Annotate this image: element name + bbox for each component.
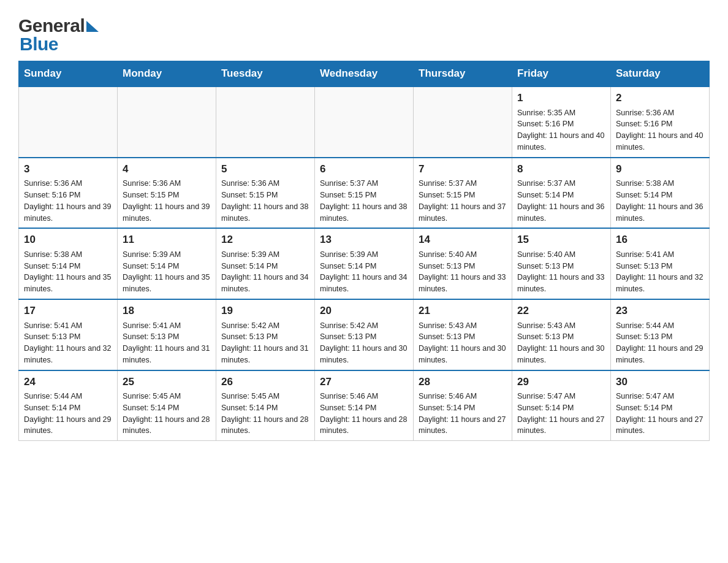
day-number: 6 bbox=[320, 162, 408, 177]
calendar-cell: 30Sunrise: 5:47 AM Sunset: 5:14 PM Dayli… bbox=[611, 370, 710, 441]
day-info: Sunrise: 5:36 AM Sunset: 5:15 PM Dayligh… bbox=[221, 178, 309, 224]
day-info: Sunrise: 5:39 AM Sunset: 5:14 PM Dayligh… bbox=[123, 249, 211, 295]
day-info: Sunrise: 5:41 AM Sunset: 5:13 PM Dayligh… bbox=[24, 320, 112, 366]
logo-triangle-icon bbox=[86, 21, 99, 32]
calendar-cell: 27Sunrise: 5:46 AM Sunset: 5:14 PM Dayli… bbox=[315, 370, 414, 441]
day-info: Sunrise: 5:37 AM Sunset: 5:14 PM Dayligh… bbox=[517, 178, 605, 224]
day-info: Sunrise: 5:40 AM Sunset: 5:13 PM Dayligh… bbox=[517, 249, 605, 295]
calendar-cell bbox=[19, 86, 118, 158]
day-number: 29 bbox=[517, 375, 605, 390]
calendar-cell: 15Sunrise: 5:40 AM Sunset: 5:13 PM Dayli… bbox=[512, 228, 611, 299]
day-info: Sunrise: 5:41 AM Sunset: 5:13 PM Dayligh… bbox=[616, 249, 704, 295]
week-row-2: 3Sunrise: 5:36 AM Sunset: 5:16 PM Daylig… bbox=[19, 158, 710, 229]
day-number: 13 bbox=[320, 232, 408, 248]
day-number: 22 bbox=[517, 304, 605, 319]
calendar-cell: 22Sunrise: 5:43 AM Sunset: 5:13 PM Dayli… bbox=[512, 299, 611, 370]
logo-general-row: General bbox=[18, 15, 99, 36]
day-number: 11 bbox=[123, 232, 211, 248]
day-info: Sunrise: 5:42 AM Sunset: 5:13 PM Dayligh… bbox=[221, 320, 309, 366]
calendar-cell: 13Sunrise: 5:39 AM Sunset: 5:14 PM Dayli… bbox=[315, 228, 414, 299]
calendar-cell bbox=[216, 86, 315, 158]
calendar-cell: 12Sunrise: 5:39 AM Sunset: 5:14 PM Dayli… bbox=[216, 228, 315, 299]
day-info: Sunrise: 5:43 AM Sunset: 5:13 PM Dayligh… bbox=[419, 320, 507, 366]
day-info: Sunrise: 5:37 AM Sunset: 5:15 PM Dayligh… bbox=[320, 178, 408, 224]
calendar-cell: 14Sunrise: 5:40 AM Sunset: 5:13 PM Dayli… bbox=[414, 228, 512, 299]
calendar-cell: 26Sunrise: 5:45 AM Sunset: 5:14 PM Dayli… bbox=[216, 370, 315, 441]
day-info: Sunrise: 5:37 AM Sunset: 5:15 PM Dayligh… bbox=[419, 178, 507, 224]
calendar-cell: 4Sunrise: 5:36 AM Sunset: 5:15 PM Daylig… bbox=[118, 158, 216, 229]
day-number: 12 bbox=[221, 232, 309, 248]
page-header: General Blue bbox=[18, 12, 710, 55]
header-tuesday: Tuesday bbox=[216, 61, 315, 87]
day-info: Sunrise: 5:46 AM Sunset: 5:14 PM Dayligh… bbox=[419, 391, 507, 437]
calendar-cell: 6Sunrise: 5:37 AM Sunset: 5:15 PM Daylig… bbox=[315, 158, 414, 229]
weekday-header-row: SundayMondayTuesdayWednesdayThursdayFrid… bbox=[19, 61, 710, 87]
day-number: 28 bbox=[419, 375, 507, 390]
day-number: 4 bbox=[123, 162, 211, 177]
calendar-cell: 11Sunrise: 5:39 AM Sunset: 5:14 PM Dayli… bbox=[118, 228, 216, 299]
calendar-cell: 8Sunrise: 5:37 AM Sunset: 5:14 PM Daylig… bbox=[512, 158, 611, 229]
calendar-table: SundayMondayTuesdayWednesdayThursdayFrid… bbox=[18, 61, 710, 441]
calendar-cell: 1Sunrise: 5:35 AM Sunset: 5:16 PM Daylig… bbox=[512, 86, 611, 158]
header-monday: Monday bbox=[118, 61, 216, 87]
header-friday: Friday bbox=[512, 61, 611, 87]
day-number: 21 bbox=[419, 304, 507, 319]
day-number: 10 bbox=[24, 232, 112, 248]
day-number: 30 bbox=[616, 375, 704, 390]
calendar-cell: 29Sunrise: 5:47 AM Sunset: 5:14 PM Dayli… bbox=[512, 370, 611, 441]
day-info: Sunrise: 5:43 AM Sunset: 5:13 PM Dayligh… bbox=[517, 320, 605, 366]
day-info: Sunrise: 5:45 AM Sunset: 5:14 PM Dayligh… bbox=[123, 391, 211, 437]
week-row-4: 17Sunrise: 5:41 AM Sunset: 5:13 PM Dayli… bbox=[19, 299, 710, 370]
day-number: 9 bbox=[616, 162, 704, 177]
calendar-cell: 16Sunrise: 5:41 AM Sunset: 5:13 PM Dayli… bbox=[611, 228, 710, 299]
day-info: Sunrise: 5:35 AM Sunset: 5:16 PM Dayligh… bbox=[517, 107, 605, 153]
calendar-cell bbox=[118, 86, 216, 158]
header-sunday: Sunday bbox=[19, 61, 118, 87]
calendar-cell: 23Sunrise: 5:44 AM Sunset: 5:13 PM Dayli… bbox=[611, 299, 710, 370]
day-number: 15 bbox=[517, 232, 605, 248]
day-info: Sunrise: 5:47 AM Sunset: 5:14 PM Dayligh… bbox=[517, 391, 605, 437]
calendar-cell: 3Sunrise: 5:36 AM Sunset: 5:16 PM Daylig… bbox=[19, 158, 118, 229]
day-number: 5 bbox=[221, 162, 309, 177]
day-info: Sunrise: 5:38 AM Sunset: 5:14 PM Dayligh… bbox=[616, 178, 704, 224]
day-info: Sunrise: 5:40 AM Sunset: 5:13 PM Dayligh… bbox=[419, 249, 507, 295]
day-info: Sunrise: 5:36 AM Sunset: 5:16 PM Dayligh… bbox=[24, 178, 112, 224]
logo-blue-row: Blue bbox=[20, 34, 58, 55]
day-number: 26 bbox=[221, 375, 309, 390]
calendar-cell: 5Sunrise: 5:36 AM Sunset: 5:15 PM Daylig… bbox=[216, 158, 315, 229]
day-number: 23 bbox=[616, 304, 704, 319]
day-number: 7 bbox=[419, 162, 507, 177]
week-row-3: 10Sunrise: 5:38 AM Sunset: 5:14 PM Dayli… bbox=[19, 228, 710, 299]
day-number: 24 bbox=[24, 375, 112, 390]
day-number: 14 bbox=[419, 232, 507, 248]
day-number: 20 bbox=[320, 304, 408, 319]
day-number: 8 bbox=[517, 162, 605, 177]
day-info: Sunrise: 5:36 AM Sunset: 5:16 PM Dayligh… bbox=[616, 107, 704, 153]
calendar-cell: 25Sunrise: 5:45 AM Sunset: 5:14 PM Dayli… bbox=[118, 370, 216, 441]
day-number: 18 bbox=[123, 304, 211, 319]
calendar-cell: 20Sunrise: 5:42 AM Sunset: 5:13 PM Dayli… bbox=[315, 299, 414, 370]
day-info: Sunrise: 5:44 AM Sunset: 5:13 PM Dayligh… bbox=[616, 320, 704, 366]
day-number: 3 bbox=[24, 162, 112, 177]
header-saturday: Saturday bbox=[611, 61, 710, 87]
day-info: Sunrise: 5:39 AM Sunset: 5:14 PM Dayligh… bbox=[320, 249, 408, 295]
day-number: 16 bbox=[616, 232, 704, 248]
calendar-cell bbox=[414, 86, 512, 158]
calendar-cell: 28Sunrise: 5:46 AM Sunset: 5:14 PM Dayli… bbox=[414, 370, 512, 441]
calendar-cell: 2Sunrise: 5:36 AM Sunset: 5:16 PM Daylig… bbox=[611, 86, 710, 158]
day-number: 19 bbox=[221, 304, 309, 319]
day-info: Sunrise: 5:47 AM Sunset: 5:14 PM Dayligh… bbox=[616, 391, 704, 437]
logo-blue-text: Blue bbox=[20, 34, 58, 55]
calendar-cell: 21Sunrise: 5:43 AM Sunset: 5:13 PM Dayli… bbox=[414, 299, 512, 370]
day-info: Sunrise: 5:46 AM Sunset: 5:14 PM Dayligh… bbox=[320, 391, 408, 437]
day-info: Sunrise: 5:42 AM Sunset: 5:13 PM Dayligh… bbox=[320, 320, 408, 366]
logo: General Blue bbox=[18, 12, 99, 55]
header-thursday: Thursday bbox=[414, 61, 512, 87]
logo-general-text: General bbox=[18, 15, 85, 36]
day-number: 1 bbox=[517, 91, 605, 106]
calendar-cell: 24Sunrise: 5:44 AM Sunset: 5:14 PM Dayli… bbox=[19, 370, 118, 441]
calendar-cell bbox=[315, 86, 414, 158]
day-info: Sunrise: 5:36 AM Sunset: 5:15 PM Dayligh… bbox=[123, 178, 211, 224]
calendar-cell: 9Sunrise: 5:38 AM Sunset: 5:14 PM Daylig… bbox=[611, 158, 710, 229]
day-number: 2 bbox=[616, 91, 704, 106]
